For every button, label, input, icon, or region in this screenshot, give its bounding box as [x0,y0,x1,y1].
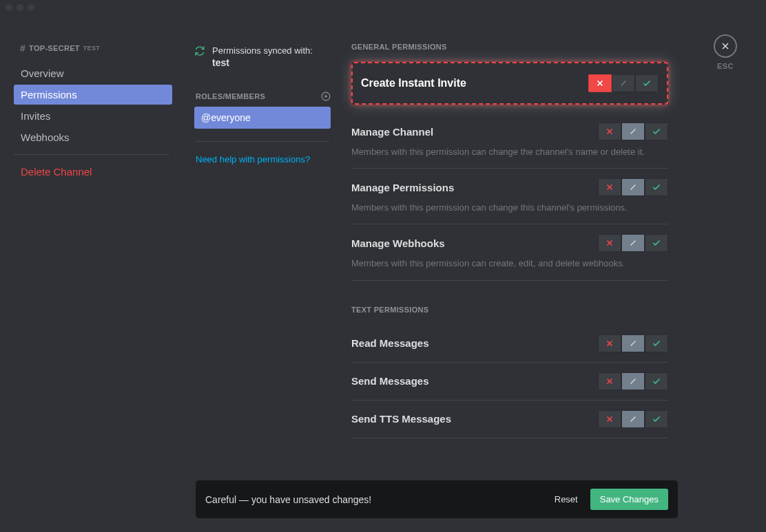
permission-allow-button[interactable] [645,234,668,252]
settings-sidebar: # TOP-SECRET TEST OverviewPermissionsInv… [0,15,183,532]
permission-label: Send Messages [351,375,429,387]
permission-deny-button[interactable] [598,372,621,390]
check-icon [652,376,661,386]
deny-icon [605,182,614,192]
permission-row: Send TTS Messages [351,401,668,438]
help-link[interactable]: Need help with permissions? [196,154,331,164]
traffic-light-dot [17,4,23,11]
reset-button[interactable]: Reset [555,494,578,504]
deny-icon [605,376,614,386]
permission-tri-state [598,178,668,196]
permission-tri-state [598,334,668,352]
check-icon [652,182,661,192]
sync-target: test [212,57,313,68]
deny-icon [605,339,614,348]
permission-neutral-button[interactable] [621,410,645,428]
toast-message: Careful — you have unsaved changes! [205,494,371,505]
breadcrumb-suffix: TEST [83,45,100,52]
save-changes-button[interactable]: Save Changes [590,489,668,510]
permission-tri-state [598,123,668,140]
check-icon [652,414,661,424]
permission-neutral-button[interactable] [621,178,645,196]
permission-deny-button[interactable] [598,234,621,252]
section-title: TEXT PERMISSIONS [351,306,668,314]
permission-neutral-button[interactable] [621,372,645,390]
sidebar-divider [14,154,169,155]
window-titlebar [0,0,766,15]
check-icon [652,127,661,136]
check-icon [652,238,661,248]
sidebar-item-permissions[interactable]: Permissions [14,85,172,105]
slash-icon [628,127,638,136]
permission-row: Manage WebhooksMembers with this permiss… [351,224,668,280]
permission-label: Manage Channel [351,126,433,138]
svg-line-23 [631,416,636,421]
add-role-icon[interactable] [321,92,331,101]
permission-row: Manage PermissionsMembers with this perm… [351,169,668,224]
deny-icon [605,238,614,248]
permission-allow-button[interactable] [645,123,668,140]
permission-neutral-button[interactable] [621,334,645,352]
breadcrumb-channel: TOP-SECRET [29,44,80,52]
permission-deny-button[interactable] [598,123,621,140]
delete-channel-button[interactable]: Delete Channel [14,162,172,182]
svg-line-11 [631,185,636,190]
slash-icon [628,238,638,248]
svg-line-8 [631,129,636,134]
permission-allow-button[interactable] [645,372,668,390]
permission-label: Create Instant Invite [361,77,466,89]
permission-deny-button[interactable] [598,410,621,428]
slash-icon [628,339,638,348]
sync-icon [194,45,205,56]
svg-line-14 [631,241,636,246]
permission-allow-button[interactable] [635,74,659,92]
role-item-everyone[interactable]: @everyone [194,107,331,129]
close-area: ESC [714,34,737,70]
permission-tri-state [598,372,668,390]
permission-row: Send Messages [351,363,668,401]
check-icon [642,78,652,88]
close-label: ESC [714,62,737,70]
permission-row: Manage ChannelMembers with this permissi… [351,113,668,169]
deny-icon [605,127,614,136]
slash-icon [628,182,638,192]
traffic-light-dot [6,4,12,11]
deny-icon [595,78,605,88]
sidebar-item-invites[interactable]: Invites [14,106,172,126]
section-title: GENERAL PERMISSIONS [351,43,668,51]
permission-allow-button[interactable] [645,178,668,196]
close-button[interactable] [714,34,737,58]
roles-header: ROLES/MEMBERS [196,92,331,101]
sync-status: Permissions synced with: test [194,43,331,79]
permission-label: Read Messages [351,337,429,349]
roles-header-label: ROLES/MEMBERS [196,92,265,100]
permission-label: Send TTS Messages [351,413,451,425]
permission-deny-button[interactable] [598,178,621,196]
svg-line-17 [631,341,636,345]
sidebar-item-webhooks[interactable]: Webhooks [14,127,172,147]
permission-description: Members with this permission can create,… [351,257,668,270]
permissions-main: GENERAL PERMISSIONSCreate Instant Invite… [335,15,766,532]
permission-neutral-button[interactable] [612,74,635,92]
permission-deny-button[interactable] [598,334,621,352]
check-icon [652,339,661,348]
breadcrumb: # TOP-SECRET TEST [20,43,172,54]
sidebar-item-overview[interactable]: Overview [14,63,172,83]
deny-icon [605,414,614,424]
permission-description: Members with this permission can change … [351,202,668,214]
slash-icon [628,414,638,424]
permission-tri-state [598,234,668,252]
permission-allow-button[interactable] [645,334,668,352]
permission-label: Manage Webhooks [351,237,445,249]
permission-row: Read Messages [351,325,668,363]
permission-label: Manage Permissions [351,182,454,193]
svg-line-5 [621,81,626,86]
permission-neutral-button[interactable] [621,123,645,140]
permission-neutral-button[interactable] [621,234,645,252]
permission-description: Members with this permission can change … [351,146,668,158]
permission-row: Create Instant Invite [351,62,668,105]
slash-icon [619,78,628,88]
permission-deny-button[interactable] [588,74,612,92]
permission-allow-button[interactable] [645,410,668,428]
svg-line-20 [631,379,636,383]
